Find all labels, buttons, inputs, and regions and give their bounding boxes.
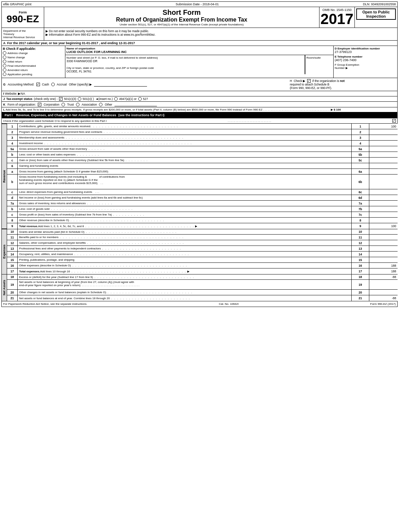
initial-radio[interactable] — [3, 60, 6, 63]
footer-left: For Paperwork Reduction Act Notice, see … — [3, 302, 87, 306]
table-row: 11 Benefits paid to or for members . . .… — [7, 235, 398, 240]
cash-checkbox[interactable] — [36, 83, 40, 86]
table-row: 4 Investment income . . . . . . . . . . … — [7, 141, 398, 146]
efile-label: efile GRAPHIC print — [3, 2, 31, 6]
j-527-radio[interactable] — [138, 97, 142, 101]
row-lineref-5a: 5a — [352, 146, 369, 152]
row-desc-21: Net assets or fund balances at end of ye… — [18, 295, 352, 301]
row-num-16: 16 — [7, 263, 18, 268]
check-row-pending: Application pending — [3, 72, 64, 76]
row-num-20: 20 — [7, 290, 18, 295]
k-corp-checkbox[interactable] — [38, 103, 41, 106]
table-row: 9 Total revenue. Add lines 1, 2, 3, 4, 5… — [7, 223, 398, 229]
table-row: 12 Salaries, other compensation, and emp… — [7, 240, 398, 246]
row-num-11: 11 — [7, 235, 18, 240]
check-col: B Check if applicable: Address change Na… — [2, 46, 65, 78]
row-desc-6a: Gross income from gaming (attach Schedul… — [18, 169, 352, 174]
j-501c-radio[interactable] — [78, 97, 81, 101]
row-desc-9: Total revenue. Add lines 1, 2, 3, 4, 5c,… — [18, 223, 352, 229]
row-lineref-20: 20 — [352, 290, 369, 295]
section-g-label: G — [3, 83, 6, 86]
row-lineref-7b: 7b — [352, 206, 369, 212]
ein-label: D Employer identification number — [335, 47, 396, 50]
k-other-radio[interactable] — [99, 103, 102, 106]
room-col: Room/suite — [305, 55, 333, 74]
row-lineref-5b: 5b — [352, 152, 369, 157]
table-row: 6 Gaming and fundraising events — [7, 163, 398, 169]
row-amount-12 — [369, 240, 398, 246]
row-lineref-9: 9 — [352, 223, 369, 229]
row-desc-6c: Less: direct expenses from gaming and fu… — [18, 189, 352, 195]
row-lineref-4: 4 — [352, 141, 369, 146]
row-desc-13: Professional fees and other payments to … — [18, 246, 352, 251]
net-assets-side-label: Net Assets — [1, 274, 7, 301]
check-row-amended: Amended return — [3, 68, 64, 72]
row-lineref-6b: 6b — [352, 175, 369, 189]
acct-title: Accounting Method: — [8, 83, 34, 86]
top-bar: efile GRAPHIC print Submission Date - 20… — [1, 1, 398, 7]
row-lineref-6 — [352, 163, 369, 169]
address-label-text: Number and street (or P. O. box, if mail… — [66, 56, 304, 59]
row-num-15: 15 — [7, 257, 18, 262]
row-amount-4 — [369, 141, 398, 146]
footer-right: Form 990-EZ (2017) — [370, 302, 396, 306]
website-row: I Website: ▶NA — [1, 91, 398, 96]
pending-label: Application pending — [7, 73, 32, 76]
part1-label: Part I — [3, 113, 14, 117]
open-public-box: Open to Public Inspection — [355, 7, 397, 28]
h-checkbox[interactable] — [307, 79, 311, 83]
short-form-title: Short Form — [46, 8, 318, 17]
check-schedule-text: Check if the organization used Schedule … — [3, 119, 107, 123]
row-amount-6a — [369, 169, 398, 174]
k-assoc-radio[interactable] — [76, 103, 80, 106]
net-assets-section: Net Assets 18 Excess or (deficit) for th… — [1, 274, 398, 301]
name-bottom: Number and street (or P. O. box, if mail… — [65, 55, 333, 74]
accrual-label: Accrual — [57, 83, 67, 86]
row-num-2: 2 — [7, 129, 18, 135]
pending-radio[interactable] — [3, 72, 6, 76]
row-desc-8: Other revenue (describe in Schedule O) .… — [18, 218, 352, 223]
j-4947-radio[interactable] — [114, 97, 118, 101]
expenses-side-label: Expenses — [1, 229, 7, 274]
year-box: OMB No. 1545-1150 2017 — [319, 7, 355, 28]
table-row: 1 Contributions, gifts, grants, and simi… — [7, 124, 398, 129]
address-radio[interactable] — [3, 51, 6, 55]
row-num-10: 10 — [7, 229, 18, 234]
row-amount-7a — [369, 201, 398, 206]
row-amount-6b — [369, 175, 398, 189]
table-row: 5a Gross amount from sale of assets othe… — [7, 146, 398, 152]
row-desc-12: Salaries, other compensation, and employ… — [18, 240, 352, 246]
address-col: Number and street (or P. O. box, if mail… — [65, 55, 305, 74]
row-lineref-19: 19 — [352, 280, 369, 289]
cash-label: Cash — [42, 83, 49, 86]
row-amount-2 — [369, 129, 398, 135]
footer-row: For Paperwork Reduction Act Notice, see … — [1, 301, 398, 307]
return-title: Return of Organization Exempt From Incom… — [46, 17, 318, 23]
row-num-14: 14 — [7, 252, 18, 257]
table-row: 3 Membership dues and assessments . . . … — [7, 135, 398, 141]
check-row-final: Final return/terminated — [3, 64, 64, 67]
accrual-radio[interactable] — [51, 83, 55, 86]
row-num-1: 1 — [7, 124, 18, 129]
j-501c3-checkbox[interactable] — [59, 97, 63, 101]
row-num-4: 4 — [7, 141, 18, 146]
schedule-o-checkbox[interactable] — [392, 119, 396, 123]
name-top: Name of organization LUCID OUTLOOK FOR L… — [65, 46, 333, 55]
instructions-center: ▶ Do not enter social security numbers o… — [44, 28, 397, 40]
row-num-7c: c — [7, 212, 18, 217]
row-lineref-12: 12 — [352, 240, 369, 246]
k-trust-radio[interactable] — [61, 103, 65, 106]
row-desc-6: Gaming and fundraising events — [18, 163, 352, 169]
footer-center: Cat. No. 10642I — [219, 302, 239, 306]
name-radio[interactable] — [3, 55, 6, 59]
row-amount-5c — [369, 158, 398, 163]
row-amount-8 — [369, 218, 398, 223]
row-num-5b: b — [7, 152, 18, 157]
row-lineref-6a: 6a — [352, 169, 369, 174]
amended-radio[interactable] — [3, 68, 6, 72]
form-org-row: K Form of organization: Corporation Trus… — [1, 102, 398, 107]
check-row-name: Name change — [3, 55, 64, 59]
acct-right: H Check ▶ if the organization is not req… — [290, 79, 396, 90]
row-lineref-1: 1 — [352, 124, 369, 129]
final-radio[interactable] — [3, 64, 6, 67]
